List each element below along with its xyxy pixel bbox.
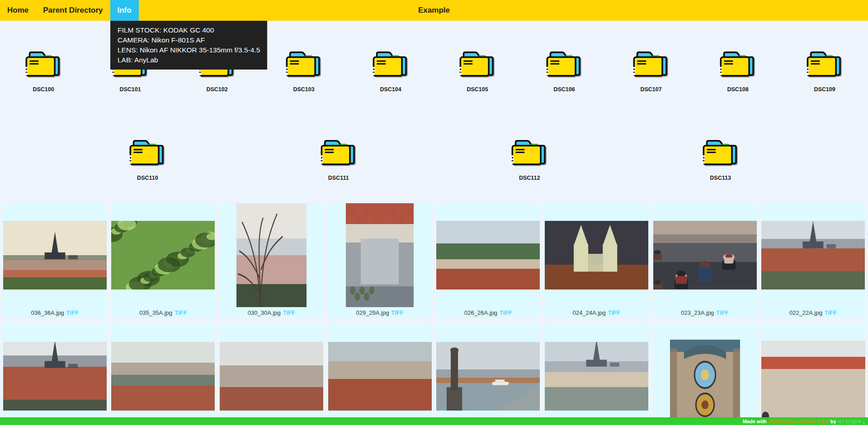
photo-thumbnail[interactable] <box>236 203 307 307</box>
folder-item[interactable]: DSC105 <box>434 47 521 93</box>
photo-image-box <box>219 324 324 425</box>
folder-label: DSC108 <box>727 86 748 93</box>
photo-thumbnail[interactable] <box>328 342 432 411</box>
photo-image-box <box>219 203 324 308</box>
folder-icon <box>319 136 358 168</box>
photo-image-box <box>544 324 649 425</box>
photo-image-box <box>3 324 107 425</box>
tiff-link[interactable]: TIFF <box>66 309 79 316</box>
photo-cell: 023_23A.jpg TIFF <box>653 203 757 318</box>
photo-cell: 036_36A.jpg TIFF <box>3 203 107 318</box>
info-tooltip: FILM STOCK: KODAK GC 400CAMERA: Nikon F-… <box>110 21 267 70</box>
photo-filename: 024_24A.jpg <box>573 309 606 316</box>
photo-cell: 030_30A.jpg TIFF <box>219 203 324 318</box>
tooltip-line: FILM STOCK: KODAK GC 400 <box>118 25 260 35</box>
folder-item[interactable]: DSC106 <box>521 47 608 93</box>
photo-cell: 035_35A.jpg TIFF <box>111 203 216 318</box>
footer-bar: Made with StaticGalleryBuilder 2.6.2 by … <box>0 417 868 425</box>
photo-cell: 024_24A.jpg TIFF <box>544 203 649 318</box>
builder-link[interactable]: StaticGalleryBuilder 2.6.2 <box>769 419 829 424</box>
folder-icon <box>24 47 63 79</box>
photo-thumbnail[interactable] <box>670 340 740 425</box>
photo-cell <box>653 324 757 425</box>
folder-icon <box>458 47 497 79</box>
photo-label: 024_24A.jpg TIFF <box>544 308 649 318</box>
folder-icon <box>371 47 410 79</box>
folder-item[interactable]: DSC109 <box>781 47 868 93</box>
folder-label: DSC104 <box>380 86 401 93</box>
folder-icon <box>701 136 740 168</box>
photo-thumbnail[interactable] <box>3 221 107 290</box>
folder-item[interactable]: DSC110 <box>104 136 191 181</box>
folder-icon <box>805 47 844 79</box>
nav-bar: HomeParent DirectoryInfo Example <box>0 0 868 21</box>
photo-thumbnail[interactable] <box>653 221 757 290</box>
folder-label: DSC111 <box>328 175 349 181</box>
folder-label: DSC110 <box>137 175 158 181</box>
photo-image-box <box>761 324 865 425</box>
tiff-link[interactable]: TIFF <box>391 309 403 316</box>
photo-filename: 035_35A.jpg <box>139 309 172 316</box>
photo-filename: 022_22A.jpg <box>789 309 822 316</box>
photo-image-box <box>436 324 541 425</box>
photo-thumbnail[interactable] <box>3 342 107 411</box>
photo-image-box <box>544 203 649 308</box>
photo-thumbnail[interactable] <box>346 203 414 307</box>
folder-item[interactable]: DSC111 <box>295 136 382 181</box>
folder-label: DSC103 <box>293 86 314 93</box>
tiff-link[interactable]: TIFF <box>825 309 837 316</box>
photo-image-box <box>3 203 107 308</box>
photo-image-box <box>111 324 216 425</box>
folder-item[interactable]: DSC108 <box>694 47 781 93</box>
photo-cell: 022_22A.jpg TIFF <box>761 203 865 318</box>
nav-item[interactable]: Parent Directory <box>36 0 110 21</box>
photo-label: 026_26A.jpg TIFF <box>436 308 541 318</box>
folder-item[interactable]: DSC112 <box>486 136 573 181</box>
photo-thumbnail[interactable] <box>761 221 865 290</box>
photo-thumbnail[interactable] <box>111 221 215 290</box>
photo-cell <box>3 324 107 425</box>
tiff-link[interactable]: TIFF <box>716 309 728 316</box>
photo-cell <box>544 324 649 425</box>
folder-item[interactable]: DSC113 <box>677 136 764 181</box>
folder-label: DSC105 <box>467 86 488 93</box>
folder-item[interactable]: DSC100 <box>0 47 87 93</box>
photo-cell <box>219 324 324 425</box>
photo-image-box <box>111 203 216 308</box>
nav-item[interactable]: Info <box>110 0 139 21</box>
photo-image-box <box>653 324 757 425</box>
tiff-link[interactable]: TIFF <box>175 309 187 316</box>
photo-thumbnail[interactable] <box>545 221 648 290</box>
photo-cell: 026_26A.jpg TIFF <box>436 203 541 318</box>
photo-label: 030_30A.jpg TIFF <box>219 308 324 318</box>
photo-thumbnail[interactable] <box>220 342 323 411</box>
photo-cell <box>761 324 865 425</box>
photo-label: 029_29A.jpg TIFF <box>328 308 432 318</box>
photo-thumbnail[interactable] <box>111 342 215 411</box>
folder-icon <box>632 47 670 79</box>
photo-thumbnail[interactable] <box>436 221 540 290</box>
folder-icon <box>284 47 323 79</box>
nav-item[interactable]: Home <box>0 0 36 21</box>
folder-label: DSC107 <box>640 86 661 93</box>
photo-filename: 026_26A.jpg <box>464 309 497 316</box>
folder-label: DSC106 <box>553 86 575 93</box>
photo-cell <box>111 324 216 425</box>
photo-thumbnail[interactable] <box>436 342 540 411</box>
photo-thumbnail[interactable] <box>545 342 648 411</box>
photo-cell: 029_29A.jpg TIFF <box>328 203 432 318</box>
photo-filename: 036_36A.jpg <box>31 309 64 316</box>
folder-item[interactable]: DSC103 <box>260 47 347 93</box>
photo-thumbnail[interactable] <box>761 341 865 425</box>
photo-image-box <box>761 203 865 308</box>
photo-label: 023_23A.jpg TIFF <box>653 308 757 318</box>
tiff-link[interactable]: TIFF <box>500 309 512 316</box>
folder-item[interactable]: DSC104 <box>347 47 434 93</box>
folder-item[interactable]: DSC107 <box>608 47 694 93</box>
tiff-link[interactable]: TIFF <box>283 309 295 316</box>
tiff-link[interactable]: TIFF <box>608 309 620 316</box>
footer-by: by <box>830 419 836 424</box>
photo-image-box <box>436 203 541 308</box>
photo-cell <box>436 324 541 425</box>
srgn-logo-link[interactable]: </srgn> <box>838 418 861 425</box>
